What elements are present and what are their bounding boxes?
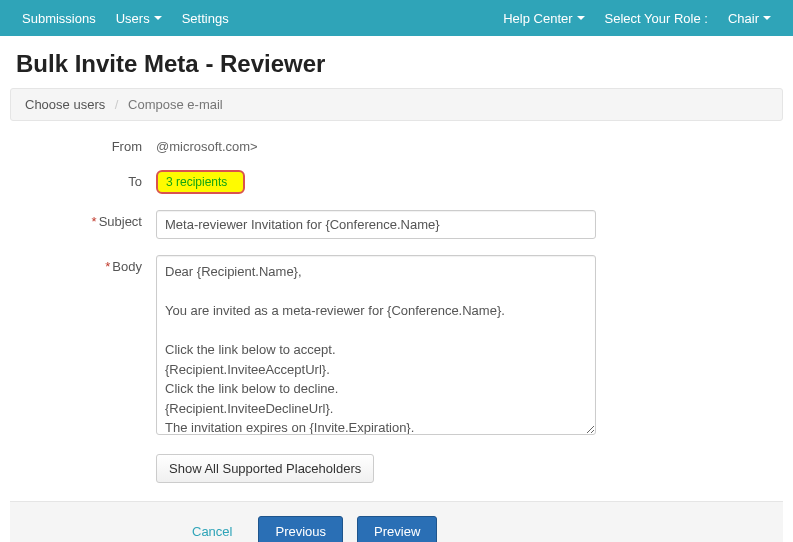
nav-users-label: Users	[116, 11, 150, 26]
required-asterisk-icon: *	[105, 259, 110, 274]
caret-down-icon	[154, 16, 162, 20]
show-placeholders-button[interactable]: Show All Supported Placeholders	[156, 454, 374, 483]
row-to: To 3 recipients	[16, 170, 777, 194]
row-placeholders: Show All Supported Placeholders	[16, 454, 777, 483]
top-navbar: Submissions Users Settings Help Center S…	[0, 0, 793, 36]
breadcrumb-step-2: Compose e-mail	[128, 97, 223, 112]
label-from: From	[16, 135, 156, 154]
breadcrumb: Choose users / Compose e-mail	[10, 88, 783, 121]
body-textarea[interactable]	[156, 255, 596, 435]
preview-button[interactable]: Preview	[357, 516, 437, 542]
nav-submissions[interactable]: Submissions	[12, 0, 106, 36]
label-body-text: Body	[112, 259, 142, 274]
from-value: @microsoft.com>	[156, 135, 606, 154]
nav-left: Submissions Users Settings	[12, 0, 239, 36]
page-title: Bulk Invite Meta - Reviewer	[0, 36, 793, 88]
subject-input[interactable]	[156, 210, 596, 239]
previous-button[interactable]: Previous	[258, 516, 343, 542]
label-to: To	[16, 170, 156, 189]
row-body: *Body	[16, 255, 777, 438]
caret-down-icon	[763, 16, 771, 20]
compose-form: From @microsoft.com> To 3 recipients *Su…	[0, 135, 793, 483]
row-from: From @microsoft.com>	[16, 135, 777, 154]
nav-settings[interactable]: Settings	[172, 0, 239, 36]
caret-down-icon	[577, 16, 585, 20]
nav-users[interactable]: Users	[106, 0, 172, 36]
required-asterisk-icon: *	[92, 214, 97, 229]
recipients-link[interactable]: 3 recipients	[156, 170, 245, 194]
nav-right: Help Center Select Your Role : Chair	[493, 0, 781, 36]
breadcrumb-step-1[interactable]: Choose users	[25, 97, 105, 112]
breadcrumb-sep: /	[115, 97, 119, 112]
nav-role-label: Select Your Role :	[595, 0, 718, 36]
footer-actions: Cancel Previous Preview	[10, 501, 783, 542]
nav-role-value: Chair	[728, 11, 759, 26]
label-subject: *Subject	[16, 210, 156, 229]
label-body: *Body	[16, 255, 156, 274]
row-subject: *Subject	[16, 210, 777, 239]
cancel-button[interactable]: Cancel	[180, 517, 244, 542]
nav-help-center-label: Help Center	[503, 11, 572, 26]
label-subject-text: Subject	[99, 214, 142, 229]
nav-role-select[interactable]: Chair	[718, 0, 781, 36]
nav-help-center[interactable]: Help Center	[493, 0, 594, 36]
